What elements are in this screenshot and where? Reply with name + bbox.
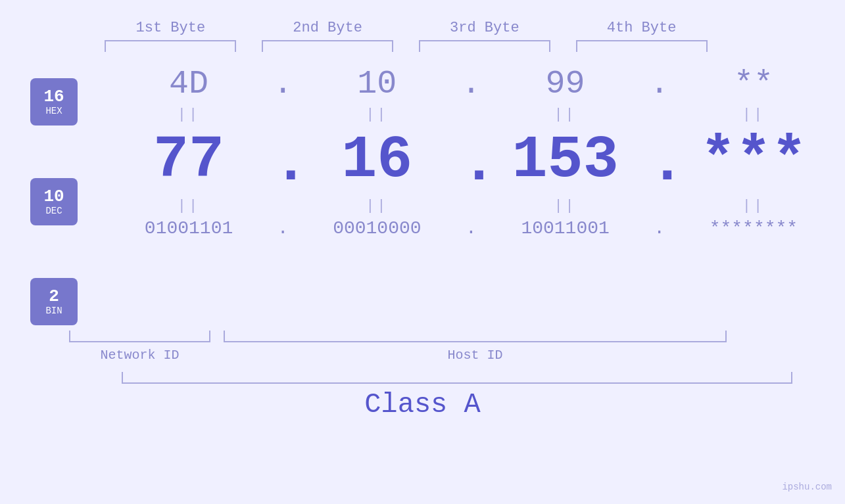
equals-row-2: || || || || <box>97 195 845 217</box>
bin-badge-label: BIN <box>45 306 62 316</box>
values-grid: 4D . 10 . 99 . ** || || || || 77 <box>97 65 845 239</box>
hex-badge-num: 16 <box>43 87 64 106</box>
watermark: ipshu.com <box>782 482 832 492</box>
bin-v4: ******** <box>681 218 826 239</box>
eq-1-1: || <box>116 106 261 123</box>
bin-dot-1: . <box>273 218 293 239</box>
bin-v2: 00010000 <box>304 218 449 239</box>
top-bracket-1 <box>105 40 236 52</box>
main-container: 1st Byte 2nd Byte 3rd Byte 4th Byte 16 H… <box>0 0 845 504</box>
top-bracket-3 <box>419 40 550 52</box>
byte-header-1: 1st Byte <box>98 20 243 36</box>
eq-1-4: || <box>681 106 826 123</box>
byte-headers-row: 1st Byte 2nd Byte 3rd Byte 4th Byte <box>0 20 845 36</box>
hex-v3: 99 <box>493 65 638 103</box>
dec-v3: 153 <box>493 127 638 194</box>
dec-badge-label: DEC <box>45 206 62 216</box>
badges-column: 16 HEX 10 DEC 2 BIN <box>30 78 78 325</box>
hex-values-row: 4D . 10 . 99 . ** <box>97 65 845 103</box>
hex-dot-1: . <box>273 65 293 103</box>
eq-2-3: || <box>493 198 638 214</box>
equals-row-1: || || || || <box>97 104 845 126</box>
class-a-label: Class A <box>18 389 827 421</box>
bottom-brackets <box>0 331 845 342</box>
hex-dot-2: . <box>461 65 481 103</box>
hex-dot-3: . <box>650 65 669 103</box>
top-bracket-2 <box>262 40 393 52</box>
byte-header-3: 3rd Byte <box>412 20 557 36</box>
host-bracket <box>224 331 727 342</box>
eq-2-2: || <box>304 198 449 214</box>
top-brackets <box>0 40 845 52</box>
host-id-label: Host ID <box>224 348 727 363</box>
eq-2-4: || <box>681 198 826 214</box>
bin-badge-num: 2 <box>49 287 59 306</box>
dec-badge: 10 DEC <box>30 178 78 225</box>
id-labels: Network ID Host ID <box>0 348 845 363</box>
dec-badge-num: 10 <box>43 187 64 206</box>
byte-header-4: 4th Byte <box>569 20 714 36</box>
class-bracket <box>122 372 792 384</box>
eq-2-1: || <box>116 198 261 214</box>
hex-v4: ** <box>681 65 826 103</box>
bin-v3: 10011001 <box>493 218 638 239</box>
network-bracket <box>69 331 210 342</box>
eq-1-3: || <box>493 106 638 123</box>
main-content: 16 HEX 10 DEC 2 BIN 4D . 10 . 99 . ** <box>0 65 845 325</box>
eq-1-2: || <box>304 106 449 123</box>
top-bracket-4 <box>576 40 708 52</box>
bin-v1: 01001101 <box>116 218 261 239</box>
dec-v4: *** <box>681 127 826 194</box>
hex-badge-label: HEX <box>45 106 62 116</box>
dec-dot-1: . <box>273 130 293 197</box>
dec-dot-3: . <box>650 130 669 197</box>
bin-badge: 2 BIN <box>30 278 78 325</box>
dec-v2: 16 <box>304 127 449 194</box>
hex-v1: 4D <box>116 65 261 103</box>
dec-values-row: 77 . 16 . 153 . *** <box>97 127 845 194</box>
hex-badge: 16 HEX <box>30 78 78 126</box>
dec-dot-2: . <box>461 130 481 197</box>
hex-v2: 10 <box>304 65 449 103</box>
dec-v1: 77 <box>116 127 261 194</box>
byte-header-2: 2nd Byte <box>255 20 400 36</box>
bin-values-row: 01001101 . 00010000 . 10011001 . *******… <box>97 218 845 239</box>
network-id-label: Network ID <box>69 348 210 363</box>
bin-dot-3: . <box>650 218 669 239</box>
bin-dot-2: . <box>461 218 481 239</box>
